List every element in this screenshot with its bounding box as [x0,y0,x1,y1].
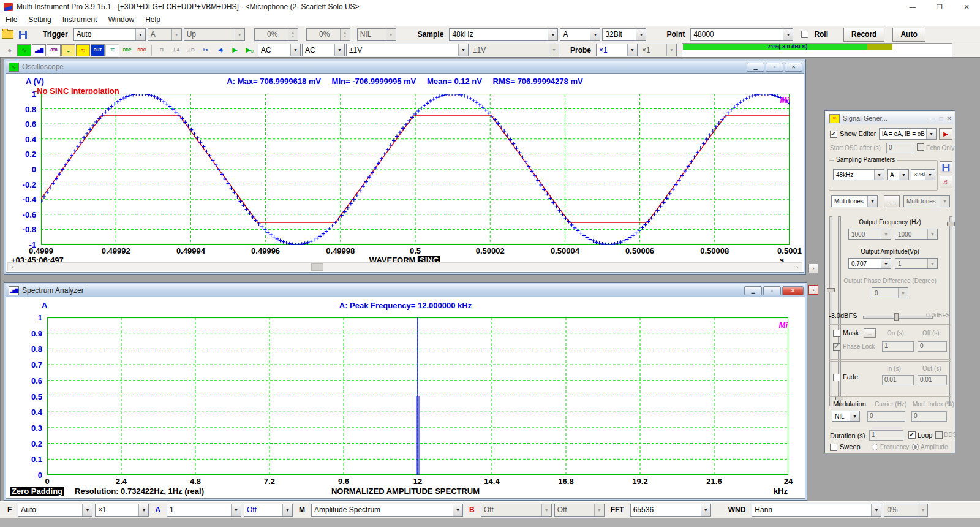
record-button[interactable]: Record [843,28,884,42]
trigger-edge-select: Up▼ [184,28,245,41]
sound-device-icon[interactable]: ◀) [213,44,227,56]
run-icon[interactable]: ▶ [228,44,242,56]
run-loop-icon[interactable]: ▶ₒ [243,44,257,56]
loop-checkbox[interactable] [908,431,916,439]
siggen-rate-select[interactable]: 48kHz▼ [833,169,884,180]
tick-label: 0.5001 [777,246,802,256]
close-icon[interactable]: ✕ [782,286,804,295]
probe-b-select: ×1▼ [639,44,677,56]
tick-label: 0.2 [25,150,36,159]
menu-file[interactable]: File [0,15,23,24]
scroll-left-icon[interactable]: ‹ [8,263,17,271]
input-b-off-icon[interactable]: ⊥B [184,44,198,56]
fft-size-select[interactable]: 65536▼ [630,504,711,517]
siggen-save-icon[interactable] [940,161,952,173]
tick-label: 0.50008 [700,246,729,256]
siggen-run-button[interactable]: ▶ [939,128,952,140]
restore-icon[interactable]: ▫ [766,63,783,72]
measurement-select[interactable]: Amplitude Spectrum▼ [311,504,463,517]
fader-a-handle[interactable] [827,288,835,292]
music-note-icon[interactable]: ♬ [940,176,952,188]
close-icon[interactable]: ✕ [953,3,980,11]
minimize-icon[interactable]: — [899,3,926,11]
amplitude-a-select[interactable]: 0.707▼ [848,258,891,269]
modulation-label: Modulation [833,400,866,408]
sweep-checkbox[interactable] [830,444,837,451]
spectrum-titlebar[interactable]: ▂▅▇ Spectrum Analyzer ▁ ▫ ✕ [6,284,805,297]
scroll-right-icon[interactable]: › [793,263,802,271]
mdi-scroll-left-icon[interactable]: ‹ [809,285,818,295]
freq-mode-select[interactable]: Auto▼ [18,504,92,517]
record-icon[interactable]: ● [2,44,17,56]
phase-lock-label: Phase Lock [843,343,875,350]
save-icon[interactable] [19,31,27,39]
close-icon[interactable]: ✕ [947,115,952,122]
spec-y-axis: 10.90.80.70.60.50.40.30.20.10 [6,317,45,475]
oscilloscope-titlebar[interactable]: ∿ Oscilloscope ▁ ▫ ✕ [6,61,804,73]
sample-rate-select[interactable]: 48kHz▼ [449,28,558,41]
coupling-b-select[interactable]: AC▼ [302,44,345,56]
spectrum-analyzer-icon[interactable]: ▂▅▇ [32,44,46,56]
minimize-icon[interactable]: ▁ [744,286,762,295]
probe-icon[interactable]: ⊓ [154,44,168,56]
trigger-mode-select[interactable]: Auto▼ [74,28,146,41]
zero-padding-badge[interactable]: Zero Padding [10,487,64,496]
dbfs-slider-track[interactable] [863,316,933,319]
oscilloscope-icon[interactable]: ∿ [17,44,31,56]
waveform-b-select: MultiTones▼ [903,195,950,207]
siggen-bits-select[interactable]: 32Bit▼ [911,169,935,180]
sample-bits-select[interactable]: 32Bit▼ [602,28,646,41]
siggen-titlebar[interactable]: ≈ Signal Gener... — □ ✕ [826,112,954,124]
menu-instrument[interactable]: Instrument [57,15,103,24]
open-file-icon[interactable] [2,30,13,39]
coupling-a-select[interactable]: AC▼ [258,44,301,56]
a-scale-select[interactable]: 1▼ [167,504,241,517]
multimeter-icon[interactable]: 888 [47,44,61,56]
a-off-select[interactable]: Off▼ [244,504,293,517]
tick-label: 2.4 [116,477,127,486]
ddp-viewer-icon[interactable]: DDP [120,44,134,56]
derived-data-curve-icon[interactable]: ≋ [105,44,119,56]
mdi-client-area: ∿ Oscilloscope ▁ ▫ ✕ A (V) A: Max= 706.9… [0,57,980,501]
osc-h-scrollbar[interactable]: ‹ › [7,262,802,271]
roll-checkbox[interactable] [801,31,809,38]
restore-icon[interactable]: ❐ [926,3,953,11]
minimize-icon[interactable]: — [930,115,936,122]
restore-icon[interactable]: ▫ [763,286,781,295]
mdi-scroll-right-icon[interactable]: › [809,264,818,273]
spectrum-3d-plot-icon[interactable]: ◒ [61,44,75,56]
sample-channel-select[interactable]: A▼ [560,28,600,41]
window-function-select[interactable]: Hann▼ [752,504,881,517]
siggen-channel-select[interactable]: A▼ [887,169,909,180]
routing-select[interactable]: iA = oA, iB = oB▼ [879,128,937,140]
chevron-down-icon: ▼ [458,44,468,56]
menu-window[interactable]: Window [102,15,140,24]
modulation-type-select[interactable]: NIL▼ [832,411,860,422]
range-a-select[interactable]: ±1V▼ [346,44,469,56]
menu-help[interactable]: Help [140,15,166,24]
chevron-down-icon: ▼ [940,196,949,207]
show-editor-checkbox[interactable] [830,131,837,138]
fade-checkbox[interactable] [833,374,840,381]
x-mult-select[interactable]: ×1▼ [95,504,149,517]
minimize-icon[interactable]: ▁ [747,63,764,72]
points-select[interactable]: 48000▼ [690,28,793,41]
signal-generator-icon[interactable]: ≈ [76,44,90,56]
device-test-plan-icon[interactable]: DUT [91,44,105,56]
chevron-down-icon: ▼ [701,504,710,516]
tick-label: 21.6 [706,477,722,486]
tick-label: 0.4 [25,134,36,143]
auto-button[interactable]: Auto [892,28,925,42]
scrollbar-thumb[interactable] [311,263,323,271]
ddc-array-viewer-icon[interactable]: DDC [135,44,149,56]
mask-checkbox[interactable] [833,330,840,337]
waveform-a-select[interactable]: MultiTones▼ [831,195,878,207]
calibration-icon[interactable]: ✂ [198,44,213,56]
menu-setting[interactable]: Setting [23,15,56,24]
input-a-off-icon[interactable]: ⊥A [169,44,183,56]
fader-right-handle[interactable] [947,222,955,226]
close-icon[interactable]: ✕ [785,63,802,72]
multitones-edit-button[interactable]: ... [884,195,900,207]
dbfs-slider-handle[interactable] [894,313,899,321]
probe-a-select[interactable]: ×1▼ [596,44,638,56]
